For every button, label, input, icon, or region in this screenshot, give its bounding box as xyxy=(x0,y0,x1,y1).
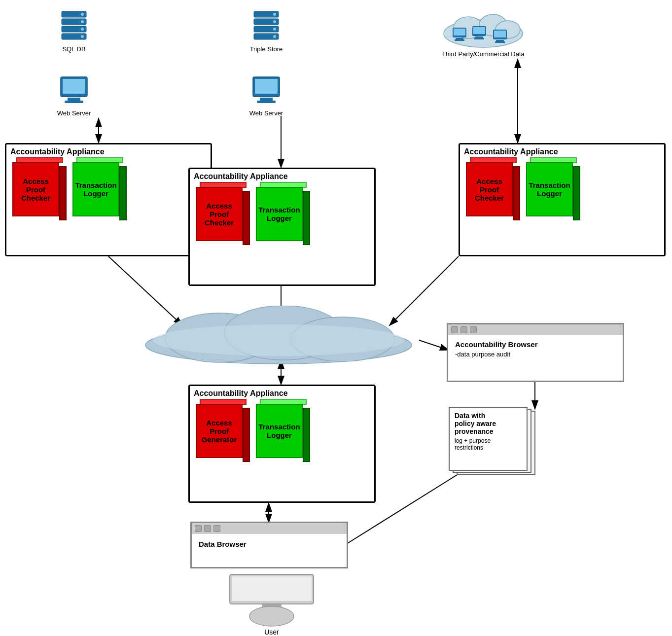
user-monitor-icon xyxy=(225,572,318,631)
svg-rect-34 xyxy=(255,79,278,94)
svg-rect-24 xyxy=(65,101,83,103)
svg-point-30 xyxy=(273,20,276,23)
data-browser-btn-3 xyxy=(213,525,220,532)
svg-rect-61 xyxy=(232,576,312,601)
accountability-browser-box: Accountability Browser -data purpose aud… xyxy=(447,323,624,382)
cloud-shape xyxy=(131,306,426,367)
appliance-top-right: Accountability Appliance AccessProofChec… xyxy=(459,143,666,256)
svg-point-18 xyxy=(81,20,84,23)
data-browser-title: Data Browser xyxy=(199,540,340,548)
cube-transaction-logger-tc: TransactionLogger xyxy=(256,187,310,246)
svg-rect-43 xyxy=(456,38,463,39)
svg-point-17 xyxy=(81,13,84,16)
svg-rect-51 xyxy=(496,40,504,41)
svg-rect-23 xyxy=(68,98,80,101)
third-party-label: Third Party/Commercial Data xyxy=(442,50,525,58)
svg-rect-36 xyxy=(257,101,276,103)
appliance-bottom-center: Accountability Appliance AccessProofGene… xyxy=(188,385,376,503)
svg-point-32 xyxy=(273,35,276,38)
sql-db-icon-area: SQL DB xyxy=(57,9,91,53)
accountability-browser-sub: -data purpose audit xyxy=(455,351,616,358)
third-party-icon-area: Third Party/Commercial Data xyxy=(429,9,537,58)
web-server-left-label: Web Server xyxy=(57,109,91,117)
appliance-top-left: Accountability Appliance AccessProofChec… xyxy=(5,143,212,256)
cube-label-tl-tc: TransactionLogger xyxy=(258,206,300,222)
svg-rect-22 xyxy=(63,79,85,94)
svg-point-19 xyxy=(81,28,84,31)
user-area: User xyxy=(225,572,318,636)
svg-point-59 xyxy=(249,606,294,626)
sql-db-icon xyxy=(57,9,91,43)
svg-point-29 xyxy=(273,13,276,16)
cube-label-apg-bc: AccessProofGenerator xyxy=(202,419,237,444)
svg-rect-48 xyxy=(474,38,484,39)
data-browser-btn-2 xyxy=(204,525,211,532)
cube-access-proof-checker-tl: AccessProofChecker xyxy=(12,162,67,221)
svg-rect-46 xyxy=(473,27,485,34)
cube-access-proof-checker-tc: AccessProofChecker xyxy=(196,187,250,246)
data-browser-btn-1 xyxy=(195,525,202,532)
doc-sub: log + purposerestrictions xyxy=(455,437,522,451)
appliance-bottom-center-label: Accountability Appliance xyxy=(190,386,374,400)
cube-transaction-logger-bc: TransactionLogger xyxy=(256,404,310,463)
cube-access-proof-generator-bc: AccessProofGenerator xyxy=(196,404,250,463)
svg-rect-50 xyxy=(494,31,506,37)
cube-access-proof-checker-tr: AccessProofChecker xyxy=(466,162,520,221)
triple-store-icon-area: Triple Store xyxy=(249,9,283,53)
web-server-center-label: Web Server xyxy=(249,109,283,117)
cube-label-tl-bc: TransactionLogger xyxy=(258,423,300,439)
browser-btn-1 xyxy=(451,326,458,333)
svg-point-20 xyxy=(81,35,84,38)
svg-rect-42 xyxy=(454,29,465,35)
browser-btn-3 xyxy=(470,326,477,333)
cube-label-apc-tr: AccessProofChecker xyxy=(475,177,504,202)
cube-label-tl-tr: TransactionLogger xyxy=(529,181,570,198)
web-server-center-icon-area: Web Server xyxy=(249,73,283,117)
svg-rect-44 xyxy=(455,39,464,41)
svg-point-31 xyxy=(273,28,276,31)
data-browser-box: Data Browser xyxy=(190,522,348,568)
svg-rect-47 xyxy=(475,36,483,38)
triple-store-label: Triple Store xyxy=(250,45,283,53)
accountability-browser-title: Accountability Browser xyxy=(455,340,616,349)
web-server-left-icon xyxy=(57,73,91,107)
svg-rect-35 xyxy=(260,98,273,101)
cube-label-apc-tc: AccessProofChecker xyxy=(205,202,234,227)
third-party-icon xyxy=(434,9,532,48)
doc-title: Data withpolicy awareprovenance xyxy=(455,412,522,435)
cube-label-apc-tl: AccessProofChecker xyxy=(21,177,50,202)
web-server-center-icon xyxy=(249,73,283,107)
svg-point-57 xyxy=(153,324,404,356)
cube-transaction-logger-tr: TransactionLogger xyxy=(526,162,580,221)
triple-store-icon xyxy=(249,9,283,43)
appliance-top-right-label: Accountability Appliance xyxy=(460,144,664,158)
data-browser-titlebar xyxy=(192,523,347,534)
appliance-top-center-label: Accountability Appliance xyxy=(190,169,374,183)
appliance-top-center: Accountability Appliance AccessProofChec… xyxy=(188,168,376,286)
cube-transaction-logger-tl: TransactionLogger xyxy=(72,162,127,221)
svg-rect-52 xyxy=(495,41,505,43)
sql-db-label: SQL DB xyxy=(62,45,85,53)
appliance-top-left-label: Accountability Appliance xyxy=(6,144,211,158)
browser-btn-2 xyxy=(460,326,467,333)
cube-label-tl-tl: TransactionLogger xyxy=(75,181,116,198)
browser-titlebar xyxy=(448,324,623,335)
web-server-left-icon-area: Web Server xyxy=(57,73,91,117)
diagram-container: SQL DB Web Server Triple Store xyxy=(0,0,672,636)
